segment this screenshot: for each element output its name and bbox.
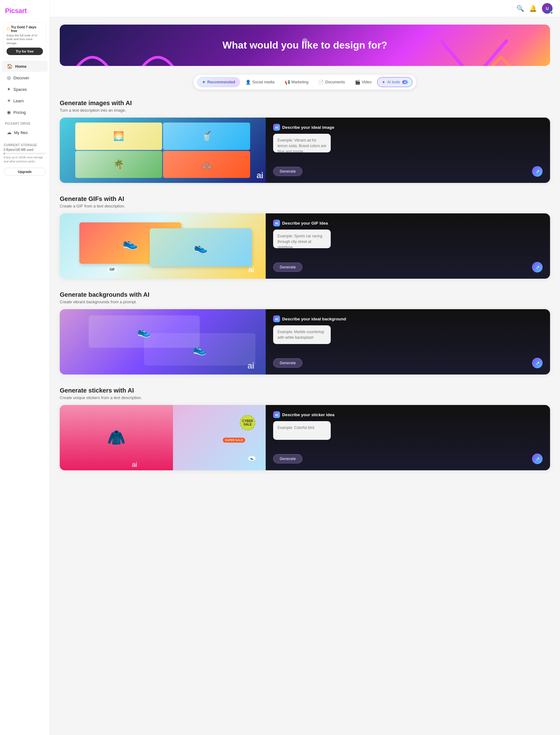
notification-icon[interactable]: 🔔 (529, 5, 537, 12)
bg-shoe-2: 👟 (144, 333, 255, 366)
generate-images-footer: Generate ↗ (273, 166, 543, 177)
gif-preview-content: 👟 👟 GIF ai (70, 217, 255, 276)
arrow-icon-sticker: ↗ (535, 456, 539, 462)
generate-images-preview: 🌅 🥤 🌴 🚲 ai (60, 118, 266, 183)
ai-badge: ai (402, 80, 408, 84)
generate-backgrounds-card: 👟 👟 ai ai Describe your ideal background (60, 309, 550, 374)
preview-cell-2: 🥤 (163, 123, 250, 150)
generate-gifs-go-button[interactable]: ↗ (532, 262, 543, 273)
avatar[interactable]: U (542, 3, 553, 14)
generate-backgrounds-desc: Create vibrant backgrounds from a prompt… (60, 300, 550, 304)
ai-watermark-sticker: ai (132, 461, 263, 469)
generate-backgrounds-go-button[interactable]: ↗ (532, 358, 543, 368)
generate-stickers-input-panel: ai Describe your sticker idea Generate ↗ (266, 405, 550, 470)
main-content: 🔍 🔔 U What would you like to design (50, 0, 560, 735)
generate-images-desc: Turn a text description into an image. (60, 108, 550, 113)
sidebar-item-home[interactable]: 🏠 Home (2, 61, 48, 72)
ai-tools-tab-icon: ✦ (382, 80, 385, 85)
gold-banner-title: ⬡ Try Gold 7 days free (7, 25, 43, 33)
arrow-icon: ↗ (535, 169, 539, 175)
generate-images-section: Generate images with AI Turn a text desc… (60, 100, 550, 183)
sidebar-item-learn[interactable]: ☀ Learn (2, 95, 48, 106)
gifs-preview-bg: 👟 👟 GIF ai (60, 213, 266, 279)
generate-gifs-card: 👟 👟 GIF ai ai Describe your GI (60, 213, 550, 279)
ai-label-icon-sticker: ai (273, 411, 280, 418)
generate-images-button[interactable]: Generate (273, 167, 302, 176)
generate-gifs-section: Generate GIFs with AI Create a GIF from … (60, 195, 550, 279)
storage-bar-bg (4, 153, 46, 154)
preview-cell-3: 🌴 (75, 151, 162, 178)
recommended-tab-icon: ✦ (202, 80, 206, 85)
tab-marketing[interactable]: 📢 Marketing (280, 77, 313, 87)
social-media-tab-icon: 👤 (245, 80, 251, 85)
topbar: 🔍 🔔 U (50, 0, 560, 17)
generate-images-label: ai Describe your ideal image (273, 124, 543, 131)
generate-backgrounds-input-panel: ai Describe your ideal background Genera… (266, 309, 550, 374)
generate-stickers-title: Generate stickers with AI (60, 387, 550, 394)
tab-social-media[interactable]: 👤 Social media (241, 77, 279, 87)
gif-label: GIF (107, 267, 117, 273)
ai-watermark-images: ai (257, 171, 263, 180)
generate-gifs-button[interactable]: Generate (273, 263, 302, 272)
avatar-online-badge (550, 11, 553, 14)
gold-icon: ⬡ (7, 27, 10, 31)
app-logo: Picsart (0, 4, 49, 20)
storage-section: Current Storage 0 Bytes/100 MB used Enjo… (0, 141, 49, 166)
preview-cell-1: 🌅 (75, 123, 162, 150)
spaces-icon: ✦ (7, 87, 11, 92)
generate-stickers-button[interactable]: Generate (273, 454, 302, 463)
generate-images-textarea[interactable] (273, 134, 331, 152)
try-free-button[interactable]: Try for free (7, 48, 43, 55)
sidebar-item-pricing[interactable]: ◉ Pricing (2, 107, 48, 118)
sticker-badge-1: CYBER SALE (240, 415, 255, 430)
generate-gifs-desc: Create a GIF from a text description. (60, 204, 550, 208)
sidebar-item-my-files[interactable]: ☁ My files (2, 127, 48, 138)
drive-section-label: Picsart Drive (0, 118, 49, 127)
images-preview-grid: 🌅 🥤 🌴 🚲 (75, 123, 250, 178)
gold-banner-desc: Enjoy the full suite of AI tools and ton… (7, 34, 43, 45)
generate-backgrounds-textarea[interactable] (273, 326, 331, 344)
preview-cell-4: 🚲 (163, 151, 250, 178)
generate-gifs-textarea[interactable] (273, 230, 331, 248)
bg-preview-bg: 👟 👟 ai (60, 309, 266, 374)
tab-video[interactable]: 🎬 Video (351, 77, 376, 87)
generate-images-input-panel: ai Describe your ideal image Generate ↗ (266, 118, 550, 183)
sidebar-nav: 🏠 Home ◎ Discover ✦ Spaces ☀ Learn ◉ Pri… (0, 60, 49, 118)
generate-gifs-title: Generate GIFs with AI (60, 195, 550, 203)
generate-stickers-card: 🧥 CYBER SALE SUPER SALE 👟 ai ai D (60, 405, 550, 470)
generate-stickers-footer: Generate ↗ (273, 453, 543, 464)
generate-stickers-label: ai Describe your sticker idea (273, 411, 543, 418)
storage-bar-fill (4, 153, 5, 154)
generate-gifs-input-panel: ai Describe your GIF Idea Generate ↗ (266, 213, 550, 279)
sticker-preview-bg: 🧥 CYBER SALE SUPER SALE 👟 ai (60, 405, 266, 470)
gif-preview-item-2: 👟 (150, 228, 252, 267)
marketing-tab-icon: 📢 (285, 80, 290, 85)
sidebar-item-discover[interactable]: ◎ Discover (2, 72, 48, 83)
home-icon: 🏠 (7, 63, 13, 69)
sticker-badge-2: SUPER SALE (223, 438, 245, 442)
generate-gifs-preview: 👟 👟 GIF ai (60, 213, 266, 279)
generate-gifs-footer: Generate ↗ (273, 262, 543, 273)
tab-recommended[interactable]: ✦ Recommended (197, 77, 240, 87)
generate-backgrounds-section: Generate backgrounds with AI Create vibr… (60, 291, 550, 374)
generate-stickers-preview: 🧥 CYBER SALE SUPER SALE 👟 ai (60, 405, 266, 470)
generate-images-go-button[interactable]: ↗ (532, 166, 543, 177)
arrow-icon-bg: ↗ (535, 360, 539, 366)
generate-stickers-textarea[interactable] (273, 421, 331, 440)
bg-preview-content: 👟 👟 ai (70, 313, 255, 371)
video-tab-icon: 🎬 (355, 80, 360, 85)
generate-stickers-go-button[interactable]: ↗ (532, 453, 543, 464)
tab-ai-tools[interactable]: ✦ AI tools ai (377, 77, 412, 87)
generate-backgrounds-preview: 👟 👟 ai (60, 309, 266, 374)
generate-backgrounds-button[interactable]: Generate (273, 358, 302, 367)
sticker-badge-3: 👟 (248, 456, 255, 461)
ai-watermark-gifs: ai (248, 265, 254, 274)
discover-icon: ◎ (7, 75, 11, 81)
generate-images-card: 🌅 🥤 🌴 🚲 ai ai Describe your ideal image (60, 118, 550, 183)
generate-backgrounds-label: ai Describe your ideal background (273, 316, 543, 322)
search-icon[interactable]: 🔍 (516, 5, 524, 12)
tab-documents[interactable]: 📄 Documents (314, 77, 349, 87)
ai-label-icon-bg: ai (273, 316, 280, 322)
upgrade-button[interactable]: Upgrade (4, 168, 46, 176)
sidebar-item-spaces[interactable]: ✦ Spaces (2, 84, 48, 95)
